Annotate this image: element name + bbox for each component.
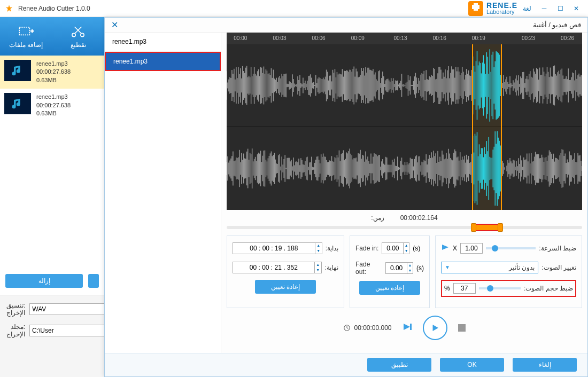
spin-up-icon[interactable]: ▲ [315,262,321,268]
ok-button[interactable]: OK [440,358,504,372]
ruler-tick: 00:00 [234,35,247,41]
play-button[interactable] [423,316,447,340]
ruler-tick: 00:06 [312,35,326,41]
left-toolbar: إضافة ملفات تقطيع [0,17,104,56]
fade-out-spinbox[interactable]: ▲▼ [385,262,413,274]
ruler-tick: 00:19 [472,35,485,41]
start-time-input[interactable] [233,245,315,252]
time-value: 00:00:02.164 [400,214,438,222]
volume-slider[interactable] [479,287,521,289]
ruler-tick: 00:26 [561,35,574,41]
volume-label: ضبط حجم الصوت: [524,285,573,292]
cut-label: تقطيع [71,41,86,49]
fade-panel: Fade in: ▲▼ (s) Fade out: ▲▼ (s) [350,235,430,308]
maximize-button[interactable]: ☐ [553,3,568,14]
progress-selection[interactable] [472,224,502,231]
output-folder-input[interactable] [29,325,115,336]
list-item[interactable]: renee1.mp3 [105,33,221,52]
jump-start-icon[interactable] [403,323,412,333]
playback-elapsed: 00:00:00.000 [354,324,391,332]
end-time-input[interactable] [233,264,314,271]
fade-out-label: Fade out: [355,261,382,276]
list-item[interactable]: renee1.mp3 [105,52,221,71]
app-icon [4,4,14,13]
ruler-tick: 00:23 [522,35,535,41]
end-label: نهاية: [325,264,338,271]
svg-rect-684 [410,324,412,330]
left-file-list: renee1.mp3 00:00:27.638 0.63MB renee1.mp… [0,56,104,267]
spin-up-icon[interactable]: ▲ [315,243,322,248]
brand-name-1: RENE.E [486,2,517,9]
spin-down-icon[interactable]: ▼ [315,248,322,254]
apply-button[interactable]: تطبيق [367,358,431,372]
svg-marker-683 [404,324,410,330]
play-speed-icon[interactable] [441,244,450,253]
start-time-spinbox[interactable]: ▲▼ [233,242,322,254]
minimize-button[interactable]: ─ [537,3,552,14]
list-item[interactable]: renee1.mp3 00:00:27.638 0.63MB [0,89,104,122]
spin-down-icon[interactable]: ▼ [315,268,321,273]
volume-input[interactable] [453,283,476,294]
brand-name-2: Laboratory [486,9,517,15]
remove-button[interactable]: إزالة [5,274,83,288]
ruler-tick: 00:03 [273,35,286,41]
waveform-display[interactable] [227,44,582,210]
speed-label: ضبط السرعة: [539,245,576,252]
fade-in-spinbox[interactable]: ▲▼ [382,242,409,254]
timeline-ruler: 00:00 00:03 00:06 00:09 00:13 00:16 00:1… [227,33,582,44]
reset-range-button[interactable]: إعادة تعيين [255,280,316,294]
voice-select[interactable]: بدون تأثير ▼ [441,262,538,273]
stop-button[interactable] [458,324,466,332]
voice-value: بدون تأثير [509,264,535,271]
cancel-button[interactable]: إلغاء [513,358,577,372]
fade-in-input[interactable] [382,245,403,252]
brand-plus-icon [468,1,483,16]
volume-unit: % [444,285,450,292]
dialog-title: قص فيديو / أغنية [533,21,581,29]
cut-button[interactable]: تقطيع [52,17,105,56]
add-files-button[interactable]: إضافة ملفات [0,17,52,56]
dialog-file-list: renee1.mp3 renee1.mp3 [105,33,221,353]
speed-slider[interactable] [486,247,536,249]
spin-down-icon[interactable]: ▼ [404,248,409,254]
start-label: بداية: [326,245,338,252]
output-format-label: :تنسيق الإخراج [6,302,25,317]
range-panel: بداية: ▲▼ نهاية: ▲▼ إع [227,235,344,308]
left-bottom-bar: إزالة ‎ [0,267,104,295]
brand-logo: RENE.E Laboratory [468,1,517,16]
dialog-close-button[interactable]: ✕ [111,20,118,30]
fade-unit: (s) [416,264,424,272]
second-button[interactable]: ‎ [88,274,99,288]
svg-line-682 [347,328,348,328]
svg-rect-0 [19,27,29,35]
fade-out-input[interactable] [386,264,407,272]
spin-up-icon[interactable]: ▲ [404,243,409,248]
titlebar: Renee Audio Cutter 1.0.0 RENE.E Laborato… [0,0,588,17]
end-time-spinbox[interactable]: ▲▼ [233,262,322,273]
scissors-icon [69,24,87,39]
waveform-icon [227,127,582,210]
playback-bar: 00:00:00.000 [227,316,582,340]
file-name: renee1.mp3 [36,60,71,68]
file-duration: 00:00:27.638 [36,68,71,76]
spin-up-icon[interactable]: ▲ [407,263,413,268]
close-button[interactable]: ✕ [569,3,584,14]
selection-region[interactable] [472,44,502,210]
output-format-select[interactable] [29,303,115,315]
spin-down-icon[interactable]: ▼ [407,268,413,273]
list-item[interactable]: renee1.mp3 00:00:27.638 0.63MB [0,56,104,89]
fade-in-label: Fade in: [355,245,378,252]
waveform-icon [227,44,582,127]
speed-input[interactable] [460,243,483,254]
cut-dialog: قص فيديو / أغنية ✕ renee1.mp3 renee1.mp3… [104,17,588,377]
dialog-titlebar: قص فيديو / أغنية ✕ [105,18,587,33]
progress-track[interactable] [227,226,582,229]
file-duration: 00:00:27.638 [36,101,71,109]
music-icon [4,60,31,81]
language-button[interactable]: لغة [523,5,531,12]
output-section: :تنسيق الإخراج :مجلد الإخراج [0,295,104,377]
reset-fade-button[interactable]: إعادة تعيين [359,281,420,295]
voice-label: تغيير الصوت: [541,264,576,271]
file-size: 0.63MB [36,109,71,117]
fade-unit: (s) [413,245,420,252]
